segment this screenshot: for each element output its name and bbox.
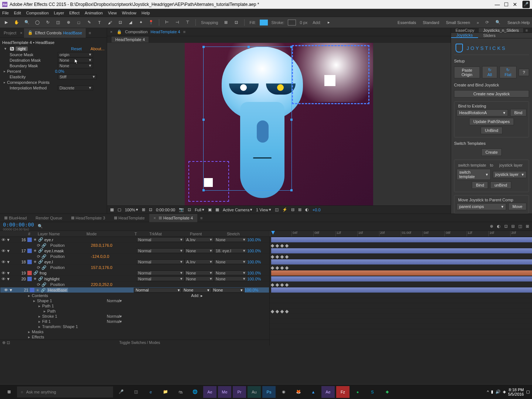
menu-edit[interactable]: Edit — [14, 11, 21, 15]
snap-icon-2[interactable]: ⊡ — [232, 18, 241, 27]
snapshot-icon[interactable]: 📷 — [179, 207, 184, 212]
tl-tool-4[interactable]: ⊟ — [511, 224, 515, 229]
menu-view[interactable]: View — [108, 11, 117, 15]
tray-volume-icon[interactable]: 🔊 — [495, 389, 501, 394]
dest-mask-dropdown[interactable]: None▾ — [58, 58, 93, 63]
sublayer-row[interactable]: ▸Fill 1Normal▾ — [0, 319, 269, 324]
menu-help[interactable]: Help — [141, 11, 150, 15]
comp-tab-name[interactable]: HeadTemplate 4 — [151, 30, 180, 34]
stroke-swatch[interactable] — [288, 20, 296, 25]
app-icon-1[interactable]: ◉ — [277, 386, 290, 398]
workspace-essentials[interactable]: Essentials — [398, 20, 416, 25]
tl-tool-2[interactable]: ◐ — [497, 224, 501, 229]
mask-icon[interactable]: ▦ — [110, 207, 114, 212]
timeline-icon[interactable]: ⊟ — [291, 207, 294, 212]
layer-row-highlight[interactable]: 👁▼ 20 ★🔗highlight Normal▾ None▾ None▾ 10… — [0, 276, 269, 282]
ps-icon[interactable]: Ps — [262, 386, 276, 398]
about-link[interactable]: About... — [91, 47, 105, 51]
align-tool-3[interactable]: ⊤ — [184, 18, 192, 27]
position-row[interactable]: ⟳ 🔗Position283.0,176.0 — [0, 243, 269, 248]
interp-dropdown[interactable]: Discrete▾ — [58, 85, 93, 91]
res-icon[interactable]: ▢ — [117, 207, 121, 212]
puppet-tool[interactable]: 📍 — [147, 18, 155, 27]
zoom-tool[interactable]: 🔍 — [23, 18, 31, 27]
tab-close-icon[interactable]: × — [20, 31, 22, 35]
tl-foot-icon1[interactable]: ⊕ ⊡ — [0, 340, 10, 345]
unbind2-button[interactable]: unBind — [490, 181, 511, 189]
sync-icon[interactable]: ⟳ — [485, 20, 489, 25]
percent-value[interactable]: 0.0% — [55, 69, 64, 74]
tray-up-icon[interactable]: ^ — [487, 390, 489, 394]
ame-icon[interactable]: Me — [218, 386, 231, 398]
sublayer-row[interactable]: ▸Shape 1Normal▾ — [0, 298, 269, 303]
rotation-tool[interactable]: ↻ — [44, 18, 52, 27]
position-row[interactable]: ⟳ 🔗Position220.0,252.0 — [0, 282, 269, 287]
filezilla-icon[interactable]: Fz — [336, 386, 349, 398]
boundary-mask-dropdown[interactable]: None▾ — [58, 63, 93, 68]
roi-icon[interactable]: ▣ — [208, 207, 212, 212]
tl-tool-3[interactable]: ⊡ — [504, 224, 508, 229]
tl-tool-5[interactable]: ◫ — [518, 224, 522, 229]
fx-badge[interactable]: fx — [10, 47, 14, 51]
menu-layer[interactable]: Layer — [54, 11, 64, 15]
explorer-icon[interactable]: 📁 — [159, 386, 172, 398]
menu-composition[interactable]: Composition — [26, 11, 49, 15]
create-button[interactable]: Create — [481, 149, 502, 156]
tl-tool-6[interactable]: ⊞ — [526, 224, 529, 229]
pr-icon[interactable]: Pr — [233, 386, 246, 398]
tl-tab-render[interactable]: Render Queue — [31, 214, 66, 222]
edge-icon[interactable]: e — [144, 386, 157, 398]
grid-icon[interactable]: ⊞ — [142, 207, 145, 212]
ae-taskbar-icon[interactable]: Ae — [203, 386, 216, 398]
tl-tab-ht4[interactable]: ×HeadTemplate 4 — [149, 214, 198, 222]
views-dropdown[interactable]: 1 View▾ — [256, 207, 271, 212]
comp-viewer[interactable] — [107, 43, 451, 205]
joysticks-sliders-tab[interactable]: Joysticks_n_Sliders — [479, 28, 524, 33]
workspace-small[interactable]: Small Screen — [446, 20, 470, 25]
layer-row-eye.r[interactable]: 👁▼ 16 ★🔗eye.r Normal▾ A.Inv▾ None▾ 100.0… — [0, 237, 269, 243]
create-new-joystick-button[interactable]: Create new Joystick — [454, 90, 529, 98]
hand-tool[interactable]: ✋ — [13, 18, 21, 27]
pen-tool[interactable]: ✎ — [85, 18, 93, 27]
fill-swatch[interactable] — [260, 20, 268, 25]
tl-tab-ht[interactable]: HeadTemplate — [110, 214, 149, 222]
update-pathshapes-button[interactable]: Update PathShapes — [469, 118, 514, 125]
stroke-px[interactable]: 0 px — [300, 20, 307, 25]
tl-panel-menu[interactable]: ≡ — [197, 216, 205, 220]
parent-comps-dropdown[interactable]: parent comps▾ — [457, 203, 506, 210]
comp-flow-icon[interactable]: ⊞ — [298, 207, 301, 212]
spotify-icon[interactable]: ● — [351, 386, 364, 398]
app-icon-2[interactable]: ▲ — [307, 386, 320, 398]
timeline-timecode[interactable]: 0:00:00:00 — [3, 222, 34, 228]
layer-row-HeadBase[interactable]: 👁▼ 21 ★🔗HeadBase Normal▾ None▾ None▾ 100… — [0, 287, 269, 293]
unbind-button[interactable]: UnBind — [481, 127, 502, 134]
layer-row-eye.l[interactable]: 👁▼ 18 ★🔗eye.l Normal▾ A.Inv▾ None▾ 100.0… — [0, 259, 269, 265]
panel-menu-icon[interactable]: ≡ — [89, 31, 91, 35]
menu-window[interactable]: Window — [122, 11, 136, 15]
sliders-subtab[interactable]: Sliders — [478, 33, 501, 38]
tray-network-icon[interactable]: ▮ — [491, 389, 493, 394]
menu-animation[interactable]: Animation — [85, 11, 103, 15]
sublayer-row[interactable]: ▸ContentsAdd: ▸ — [0, 293, 269, 298]
cortana-search[interactable]: ○ Ask me anything — [17, 386, 113, 398]
roto-tool[interactable]: ✦ — [137, 18, 145, 27]
snapping-label[interactable]: Snapping — [201, 20, 218, 25]
position-row[interactable]: ⟳ 🔗Position157.0,176.0 — [0, 265, 269, 270]
fx-twirl[interactable]: ▼ — [4, 47, 7, 51]
flat-button[interactable]: ↻ Flat — [499, 66, 516, 78]
tl-tab-bluehead[interactable]: BlueHead — [0, 214, 31, 222]
all-button[interactable]: ↻ All — [482, 66, 497, 78]
zoom-dropdown[interactable]: 100%▾ — [125, 207, 138, 212]
timeline-ruler[interactable]: 04f 08f 12f 16f 20f 01:00f 04f 08f 12f 1… — [270, 231, 532, 237]
transparency-icon[interactable]: ▦ — [215, 207, 219, 212]
pan-behind-tool[interactable]: ⊕ — [64, 18, 72, 27]
start-button[interactable]: ⊞ — [2, 386, 16, 398]
tl-tool-1[interactable]: ⊕ — [490, 224, 493, 229]
paste-origin-button[interactable]: Paste Origin — [454, 66, 480, 78]
layer-row-eye.l.mask[interactable]: 👁▼ 17 ★🔗eye.l.mask Normal▾ None▾ 18. eye… — [0, 248, 269, 254]
reset-link[interactable]: Reset — [71, 47, 82, 51]
lock-icon[interactable]: 🔒 — [28, 30, 33, 35]
sublayer-row[interactable]: ▸Path — [0, 308, 269, 314]
guides-icon[interactable]: ⊡ — [149, 207, 152, 212]
show-snapshot-icon[interactable]: ⊡ — [188, 207, 191, 212]
